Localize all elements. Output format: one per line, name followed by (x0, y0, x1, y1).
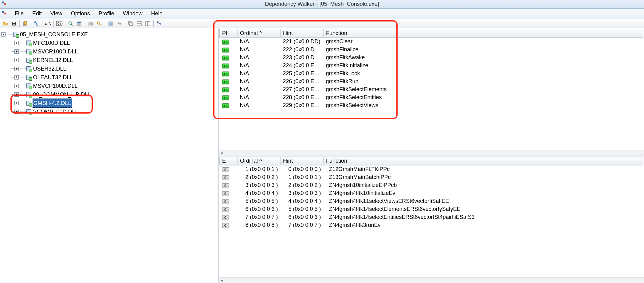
tree-expander[interactable]: + (14, 92, 19, 97)
window-splitv-icon[interactable] (144, 20, 152, 27)
tree-connector: ┈ (11, 64, 14, 73)
tree-node-label[interactable]: MFC100D.DLL (33, 39, 71, 47)
cell-hint: 224 (0x0 0 E 0 ) (281, 62, 324, 70)
svg-point-22 (97, 22, 100, 24)
table-row[interactable]: C8 (0x0 0 0 8 )7 (0x0 0 0 7 )_ZN4gmsh4fl… (220, 221, 643, 229)
tree-node-label[interactable]: GMSH-4.2.DLL (33, 99, 72, 108)
tree-expander[interactable]: - (1, 32, 6, 37)
toolbar: c:\ C+ ? (0, 19, 644, 28)
col-header-ordinal[interactable]: Ordinal ^ (238, 157, 281, 165)
tree-node-label[interactable]: USER32.DLL (33, 64, 67, 73)
cpath-icon[interactable]: c:\ (44, 20, 52, 27)
imports-hscroll[interactable]: ◄ (219, 150, 644, 156)
tree-child-row[interactable]: ┈+┈┈GMSH-4.2.DLL (11, 99, 217, 107)
cplus-icon[interactable]: C+ (55, 20, 63, 27)
tree-node-label[interactable]: 00_COMMON_LIB.DLL (33, 90, 92, 99)
cell-ordinal: N/A (238, 70, 281, 78)
cell-hint: 226 (0x0 0 E 2 ) (281, 78, 324, 86)
tree-expander[interactable]: + (14, 110, 19, 114)
list-icon[interactable] (107, 20, 115, 27)
tree-expander[interactable]: + (14, 67, 19, 71)
tree-child-row[interactable]: ┈+┈┈VCOMP100D.DLL (11, 107, 217, 116)
col-header-function[interactable]: Function (324, 157, 643, 165)
tree-root-row[interactable]: - ┈┈ 05_MESH_CONSOLE.EXE (1, 30, 217, 39)
tree-connector: ┈ (11, 39, 14, 47)
menu-file[interactable]: File (10, 10, 28, 17)
table-row[interactable]: C6 (0x0 0 0 6 )5 (0x0 0 0 5 )_ZN4gmsh4fl… (220, 205, 643, 213)
open-icon[interactable] (1, 20, 9, 27)
save-icon[interactable] (10, 20, 18, 27)
table-row[interactable]: CN/A226 (0x0 0 E 2 )gmshFltkRun (220, 78, 643, 86)
scroll-left-icon[interactable]: ◄ (219, 150, 224, 155)
properties-icon[interactable] (75, 20, 83, 27)
tree-icon[interactable] (33, 20, 41, 27)
col-header-function[interactable]: Function (324, 29, 643, 38)
magnify-icon[interactable] (95, 20, 103, 27)
table-row[interactable]: CN/A221 (0x0 0 DD)gmshClear (220, 38, 643, 46)
svg-rect-29 (130, 23, 132, 25)
help-icon[interactable]: ? (155, 20, 163, 27)
table-row[interactable]: CN/A222 (0x0 0 DE )gmshFinalize (220, 46, 643, 54)
tree-child-row[interactable]: ┈+┈┈MSVCR100D.DLL (11, 47, 217, 56)
toolbar-sep (153, 20, 154, 27)
cell-hint: 2 (0x0 0 0 2 ) (281, 181, 324, 189)
imports-grid-wrap[interactable]: PI Ordinal ^ Hint Function CN/A221 (0x0 … (219, 28, 644, 150)
tree-node-label[interactable]: MSVCP100D.DLL (33, 82, 78, 90)
menu-help[interactable]: Help (147, 10, 167, 17)
tree-child-row[interactable]: ┈+┈┈00_COMMON_LIB.DLL (11, 90, 217, 99)
table-row[interactable]: C3 (0x0 0 0 3 )2 (0x0 0 0 2 )_ZN4gmsh10i… (220, 181, 643, 189)
tree-child-row[interactable]: ┈+┈┈KERNEL32.DLL (11, 56, 217, 64)
copy-icon[interactable] (21, 20, 29, 27)
find-icon[interactable] (67, 20, 75, 27)
tree-connector: ┈┈ (20, 107, 26, 116)
svg-rect-32 (146, 21, 147, 26)
module-tree[interactable]: - ┈┈ 05_MESH_CONSOLE.EXE ┈+┈┈MFC100D.DLL… (1, 30, 217, 116)
toolbar-sep (31, 20, 31, 27)
table-row[interactable]: CN/A229 (0x0 0 E 5 )gmshFltkSelectViews (220, 102, 643, 110)
table-row[interactable]: C7 (0x0 0 0 7 )6 (0x0 0 0 6 )_ZN4gmsh4fl… (220, 213, 643, 221)
tree-expander[interactable]: + (14, 58, 19, 62)
col-header-ordinal[interactable]: Ordinal ^ (238, 29, 281, 38)
table-row[interactable]: C2 (0x0 0 0 2 )1 (0x0 0 0 1 )_Z13GmshMai… (220, 173, 643, 181)
table-row[interactable]: CN/A224 (0x0 0 E 0 )gmshFltkInitialize (220, 62, 643, 70)
tree-child-row[interactable]: ┈+┈┈MSVCP100D.DLL (11, 82, 217, 90)
tree-node-label[interactable]: 05_MESH_CONSOLE.EXE (19, 30, 88, 39)
table-row[interactable]: CN/A227 (0x0 0 E 3 )gmshFltkSelectElemen… (220, 86, 643, 94)
menu-view[interactable]: View (46, 10, 67, 17)
col-header-hint[interactable]: Hint (281, 157, 324, 165)
tree-child-row[interactable]: ┈+┈┈USER32.DLL (11, 64, 217, 73)
tree-expander[interactable]: + (14, 84, 19, 88)
c-badge-icon: C (222, 64, 229, 68)
table-row[interactable]: CN/A225 (0x0 0 E 1 )gmshFltkLock (220, 70, 643, 78)
disk-icon[interactable] (87, 20, 95, 27)
menu-edit[interactable]: Edit (28, 10, 46, 17)
window-tile-icon[interactable] (135, 20, 143, 27)
tree-child-row[interactable]: ┈+┈┈OLEAUT32.DLL (11, 73, 217, 82)
tree-node-label[interactable]: VCOMP100D.DLL (33, 107, 79, 116)
c-badge-icon: C (222, 95, 229, 100)
tree-expander[interactable]: + (14, 49, 19, 54)
menu-options[interactable]: Options (67, 10, 94, 17)
col-header-hint[interactable]: Hint (281, 29, 324, 38)
tree-child-row[interactable]: ┈+┈┈MFC100D.DLL (11, 39, 217, 47)
table-row[interactable]: CN/A223 (0x0 0 DF )gmshFltkAwake (220, 54, 643, 62)
table-row[interactable]: CN/A228 (0x0 0 E 4 )gmshFltkSelectEntiti… (220, 94, 643, 102)
table-row[interactable]: C5 (0x0 0 0 5 )4 (0x0 0 0 4 )_ZN4gmsh4fl… (220, 197, 643, 205)
tree-expander[interactable]: + (14, 75, 19, 79)
exports-grid-wrap[interactable]: E Ordinal ^ Hint Function C1 (0x0 0 0 1 … (219, 156, 644, 278)
tree-node-label[interactable]: OLEAUT32.DLL (33, 73, 74, 82)
window-cascade-icon[interactable] (127, 20, 135, 27)
tree-node-label[interactable]: KERNEL32.DLL (33, 56, 74, 64)
tree-expander[interactable]: + (14, 101, 19, 105)
exports-hscroll[interactable]: ◄ (219, 277, 644, 283)
menu-profile[interactable]: Profile (94, 10, 119, 17)
table-row[interactable]: C4 (0x0 0 0 4 )3 (0x0 0 0 3 )_ZN4gmsh4fl… (220, 189, 643, 197)
scroll-left-icon[interactable]: ◄ (219, 278, 224, 283)
menu-window[interactable]: Window (119, 10, 147, 17)
col-header-pi[interactable]: PI (220, 29, 238, 38)
break-icon[interactable] (115, 20, 123, 27)
tree-node-label[interactable]: MSVCR100D.DLL (33, 47, 79, 56)
col-header-e[interactable]: E (220, 157, 238, 165)
tree-expander[interactable]: + (14, 41, 19, 45)
table-row[interactable]: C1 (0x0 0 0 1 )0 (0x0 0 0 0 )_Z12GmshMai… (220, 165, 643, 173)
